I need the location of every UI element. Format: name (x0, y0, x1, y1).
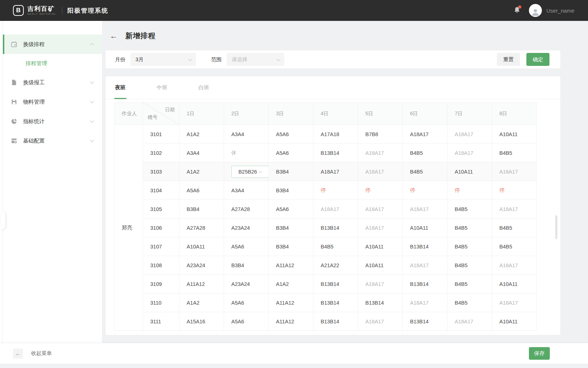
schedule-cell[interactable]: B7B8 (358, 125, 403, 144)
reset-button[interactable]: 重置 (497, 53, 520, 66)
schedule-cell[interactable]: B13B14 (313, 293, 358, 312)
sidebar-item[interactable]: 换级排程 (3, 35, 102, 54)
schedule-cell[interactable]: B4B5 (447, 275, 492, 293)
user-name[interactable]: User_name (546, 8, 574, 14)
schedule-cell[interactable]: A27A28 (179, 219, 224, 237)
schedule-cell[interactable]: A10A11 (358, 237, 403, 256)
schedule-cell[interactable]: A5A6 (224, 293, 269, 312)
sidebar-subitem[interactable]: 排程管理 (3, 54, 102, 73)
collapse-menu-label[interactable]: 收起菜单 (31, 350, 52, 357)
schedule-cell[interactable]: A23A24 (224, 275, 269, 293)
schedule-cell[interactable]: A18A17 (492, 293, 537, 312)
vertical-scrollbar-thumb[interactable] (555, 215, 557, 239)
schedule-cell[interactable]: A18A17 (313, 162, 358, 181)
schedule-cell[interactable]: A5A6 (224, 312, 269, 331)
collapse-menu-icon[interactable]: ← (13, 349, 23, 359)
schedule-cell[interactable]: A10A11 (358, 256, 403, 275)
tab-白班[interactable]: 白班 (199, 76, 209, 99)
schedule-cell[interactable]: A18A17 (358, 312, 403, 331)
sidebar-item[interactable]: 物料管理 (3, 92, 102, 112)
schedule-cell[interactable]: A18A17 (313, 200, 358, 219)
schedule-cell[interactable]: A18A17 (447, 312, 492, 331)
schedule-cell[interactable]: A10A11 (447, 162, 492, 181)
schedule-cell[interactable]: A23A24 (224, 219, 269, 237)
sidebar-item[interactable]: 换级报工 (3, 73, 102, 92)
schedule-cell[interactable]: B3B4 (269, 181, 313, 200)
schedule-cell[interactable]: A18A17 (447, 125, 492, 144)
schedule-cell[interactable]: A18A17 (492, 256, 537, 275)
schedule-cell[interactable]: A11A12 (269, 293, 313, 312)
schedule-cell[interactable]: A18A17 (358, 162, 403, 181)
schedule-cell[interactable]: A3A4 (179, 144, 224, 162)
schedule-cell[interactable]: B4B5 (447, 293, 492, 312)
schedule-cell[interactable]: A11A12 (269, 256, 313, 275)
schedule-cell[interactable]: A5A6 (269, 144, 313, 162)
schedule-cell[interactable]: A18A17 (358, 144, 403, 162)
schedule-cell[interactable]: A11A12 (269, 312, 313, 331)
schedule-cell[interactable]: A1A2 (179, 125, 224, 144)
schedule-cell[interactable]: A18A17 (403, 293, 447, 312)
save-button[interactable]: 保存 (529, 347, 550, 360)
schedule-cell[interactable]: A5A6 (179, 181, 224, 200)
schedule-cell[interactable]: A1A2 (269, 275, 313, 293)
schedule-cell[interactable]: A18A17 (403, 125, 447, 144)
schedule-cell[interactable]: B4B5 (403, 162, 447, 181)
schedule-cell[interactable]: B3B4 (179, 200, 224, 219)
schedule-cell[interactable]: B3B4 (269, 162, 313, 181)
confirm-button[interactable]: 确定 (526, 53, 549, 66)
notification-bell-icon[interactable] (513, 6, 521, 15)
schedule-cell[interactable]: B4B5 (447, 237, 492, 256)
schedule-cell[interactable]: A18A17 (358, 275, 403, 293)
schedule-cell[interactable]: A1A2 (179, 162, 224, 181)
schedule-cell[interactable]: A18A17 (358, 219, 403, 237)
schedule-cell[interactable]: A18A17 (447, 144, 492, 162)
schedule-cell[interactable]: B13B14 (313, 219, 358, 237)
schedule-cell[interactable]: B3B4 (224, 256, 269, 275)
schedule-cell[interactable]: B3B4 (269, 219, 313, 237)
tab-中班[interactable]: 中班 (157, 76, 168, 99)
schedule-cell[interactable]: A10A11 (492, 275, 537, 293)
schedule-cell[interactable]: B4B5 (313, 237, 358, 256)
sidebar-item[interactable]: 基础配置 (3, 131, 102, 151)
schedule-cell[interactable]: A15A16 (179, 312, 224, 331)
schedule-cell[interactable]: B13B14 (403, 237, 447, 256)
schedule-cell[interactable]: A18A17 (358, 200, 403, 219)
schedule-cell[interactable]: A27A28 (224, 200, 269, 219)
schedule-cell[interactable]: A10A11 (179, 237, 224, 256)
schedule-cell[interactable]: B13B14 (358, 293, 403, 312)
schedule-cell[interactable]: B3B4 (269, 237, 313, 256)
schedule-cell[interactable]: 休 (224, 144, 269, 162)
sidebar-item[interactable]: 指标统计 (3, 112, 102, 131)
schedule-cell[interactable]: B4B5 (492, 237, 537, 256)
schedule-cell[interactable]: B13B14 (403, 275, 447, 293)
schedule-cell[interactable]: A1A2 (179, 293, 224, 312)
schedule-cell[interactable]: A18A17 (492, 200, 537, 219)
schedule-cell[interactable]: A18A17 (403, 200, 447, 219)
schedule-cell[interactable]: B4B5 (447, 200, 492, 219)
schedule-cell[interactable]: A23A24 (179, 256, 224, 275)
schedule-cell[interactable]: B4B5 (447, 256, 492, 275)
schedule-cell[interactable]: A10A11 (492, 125, 537, 144)
schedule-cell[interactable]: B13B14 (313, 275, 358, 293)
schedule-cell[interactable]: 停 (447, 181, 492, 200)
schedule-cell[interactable]: A17A18 (313, 125, 358, 144)
cell-select[interactable]: B25B26 (231, 166, 269, 178)
schedule-cell[interactable]: B4B5 (492, 144, 537, 162)
schedule-cell[interactable]: A5A6 (224, 237, 269, 256)
schedule-cell[interactable]: 停 (403, 181, 447, 200)
schedule-cell[interactable]: B13B14 (313, 144, 358, 162)
back-icon[interactable]: ← (110, 32, 117, 40)
schedule-cell[interactable]: A3A4 (224, 181, 269, 200)
schedule-cell[interactable]: A11A12 (179, 275, 224, 293)
schedule-cell[interactable]: 停 (313, 181, 358, 200)
schedule-cell[interactable]: B4B5 (403, 144, 447, 162)
range-select[interactable]: 请选择 (227, 53, 284, 66)
schedule-cell[interactable]: A21A22 (313, 256, 358, 275)
drawer-handle[interactable] (1, 211, 5, 229)
month-select[interactable]: 3月 (130, 53, 196, 66)
schedule-cell[interactable]: B4B5 (447, 219, 492, 237)
schedule-cell[interactable]: A3A4 (224, 125, 269, 144)
schedule-cell[interactable]: A5A6 (269, 125, 313, 144)
schedule-cell[interactable]: 停 (358, 181, 403, 200)
avatar[interactable] (529, 4, 542, 17)
